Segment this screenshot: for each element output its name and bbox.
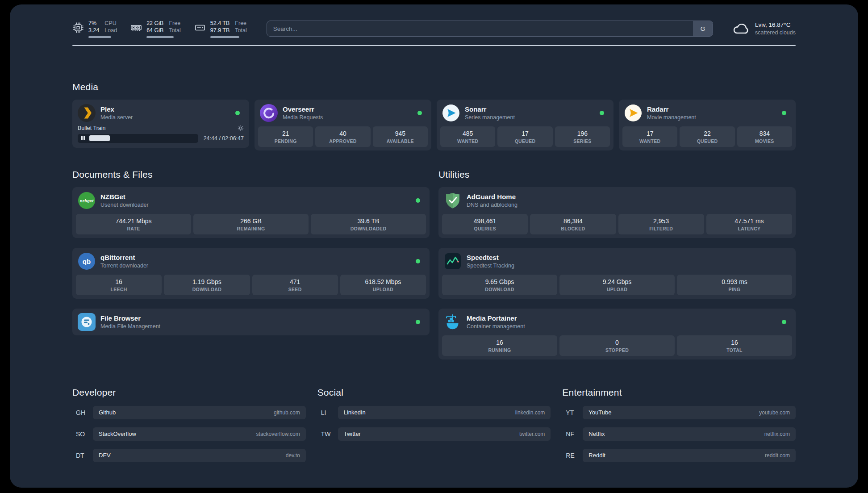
dashboard-screen: 7% 3.24 CPU Load [10, 4, 858, 488]
stat-queued: 22 QUEUED [680, 126, 734, 147]
bookmark-reddit[interactable]: RE Reddit reddit.com [562, 449, 796, 462]
section-title-media: Media [72, 82, 796, 92]
search-provider-button[interactable]: G [693, 21, 713, 36]
stat-blocked: 86,384 BLOCKED [530, 214, 616, 234]
memory-usage-bar [146, 36, 174, 38]
cpu-icon [72, 22, 84, 35]
disk-icon [194, 22, 206, 35]
overseerr-icon [260, 104, 278, 122]
service-card-speedtest[interactable]: Speedtest Speedtest Tracking 9.65 Gbps D… [438, 248, 796, 299]
bookmark-stackoverflow[interactable]: SO StackOverflow stackoverflow.com [72, 427, 306, 441]
search-form: G [267, 21, 713, 37]
section-title-utilities: Utilities [438, 169, 796, 180]
status-dot [416, 259, 420, 263]
svg-text:nzbget: nzbget [80, 198, 94, 203]
playback-time: 24:44 / 02:06:47 [204, 135, 244, 142]
plex-now-playing: Bullet Train [76, 125, 246, 144]
service-card-filebrowser[interactable]: File Browser Media File Management [72, 309, 430, 335]
disk-label-top: Free [235, 20, 246, 27]
stat-running: 16 RUNNING [442, 335, 557, 356]
stat-pending: 21 PENDING [258, 126, 313, 147]
stat-wanted: 17 WANTED [622, 126, 677, 147]
service-card-plex[interactable]: Plex Media server Bullet Train [72, 100, 249, 148]
status-dot [235, 111, 240, 115]
stat-upload: 9.24 Gbps UPLOAD [559, 275, 675, 295]
bookmark-group-developer: Developer GH Github github.com SO StackO… [72, 387, 306, 462]
service-card-sonarr[interactable]: Sonarr Series management 485 WANTED 17 Q… [437, 100, 613, 150]
section-documents: Documents & Files nzbget [72, 169, 430, 335]
status-dot [416, 320, 420, 324]
stat-filtered: 2,953 FILTERED [618, 214, 704, 234]
status-dot [782, 320, 786, 324]
resource-widgets: 7% 3.24 CPU Load [72, 20, 247, 38]
bookmark-linkedin[interactable]: LI LinkedIn linkedin.com [317, 406, 551, 419]
plex-icon [78, 104, 96, 122]
speedtest-icon [444, 252, 462, 270]
search-input[interactable] [267, 21, 713, 37]
stat-stopped: 0 STOPPED [559, 335, 675, 356]
adguard-icon [444, 192, 462, 209]
section-utilities: Utilities [438, 169, 796, 359]
service-card-overseerr[interactable]: Overseerr Media Requests 21 PENDING 40 A… [255, 100, 431, 150]
cpu-label-top: CPU [104, 20, 117, 27]
pause-icon[interactable] [81, 136, 85, 140]
service-card-nzbget[interactable]: nzbget NZBGet Usenet downloader 74 [72, 187, 430, 238]
radarr-icon [624, 104, 642, 122]
bookmark-dev[interactable]: DT DEV dev.to [72, 449, 306, 462]
playback-progress-fill [89, 135, 110, 141]
status-dot [416, 198, 420, 203]
stat-queries: 498,461 QUERIES [442, 214, 528, 234]
memory-label-top: Free [169, 20, 180, 27]
cloud-icon [732, 21, 750, 37]
bookmark-netflix[interactable]: NF Netflix netflix.com [562, 427, 796, 441]
memory-widget: 22 GiB 64 GiB Free Total [130, 20, 181, 38]
memory-icon [130, 22, 142, 35]
cpu-usage-bar [88, 36, 111, 38]
top-bar: 7% 3.24 CPU Load [72, 20, 796, 38]
sonarr-icon [442, 104, 460, 122]
service-card-adguard[interactable]: AdGuard Home DNS and adblocking 498,461 … [438, 187, 796, 238]
disk-label-bottom: Total [235, 27, 246, 34]
disk-usage-bar [210, 36, 240, 38]
memory-label-bottom: Total [169, 27, 180, 34]
svg-text:qb: qb [83, 257, 91, 265]
service-card-portainer[interactable]: Media Portainer Container management 16 … [438, 309, 796, 359]
portainer-icon [444, 313, 462, 331]
stat-download: 9.65 Gbps DOWNLOAD [442, 275, 557, 295]
stat-rate: 744.21 Mbps RATE [76, 214, 191, 234]
stat-available: 945 AVAILABLE [373, 126, 428, 147]
stat-seed: 471 SEED [252, 275, 338, 295]
topbar-divider [72, 45, 796, 46]
cpu-percent: 7% [88, 20, 99, 27]
status-dot [600, 111, 604, 115]
stat-download: 1.19 Gbps DOWNLOAD [164, 275, 250, 295]
section-title-developer: Developer [72, 387, 306, 398]
bookmark-twitter[interactable]: TW Twitter twitter.com [317, 427, 551, 441]
qbittorrent-icon: qb [78, 252, 96, 270]
now-playing-title: Bullet Train [78, 125, 106, 131]
memory-total: 64 GiB [146, 27, 163, 34]
section-title-entertainment: Entertainment [562, 387, 796, 398]
cpu-load: 3.24 [88, 27, 99, 34]
weather-widget[interactable]: Lviv, 16.87°C scattered clouds [732, 21, 796, 37]
filebrowser-icon [78, 313, 96, 331]
stat-total: 16 TOTAL [677, 335, 792, 356]
stat-ping: 0.993 ms PING [677, 275, 792, 295]
disk-total: 97.9 TB [210, 27, 230, 34]
cpu-widget: 7% 3.24 CPU Load [72, 20, 117, 38]
gear-icon[interactable] [238, 125, 244, 131]
stat-leech: 16 LEECH [76, 275, 162, 295]
weather-condition: scattered clouds [755, 29, 796, 37]
stat-queued: 17 QUEUED [497, 126, 552, 147]
bookmark-youtube[interactable]: YT YouTube youtube.com [562, 406, 796, 419]
disk-free: 52.4 TB [210, 20, 230, 27]
stat-movies: 834 MOVIES [737, 126, 792, 147]
playback-progress-bar[interactable] [78, 134, 198, 143]
bookmark-group-social: Social LI LinkedIn linkedin.com TW Twitt… [317, 387, 551, 462]
disk-widget: 52.4 TB 97.9 TB Free Total [194, 20, 247, 38]
service-card-qbittorrent[interactable]: qb qBittorrent Torrent downloader [72, 248, 430, 299]
bookmark-github[interactable]: GH Github github.com [72, 406, 306, 419]
stat-approved: 40 APPROVED [315, 126, 370, 147]
bookmark-group-entertainment: Entertainment YT YouTube youtube.com NF … [562, 387, 796, 462]
service-card-radarr[interactable]: Radarr Movie management 17 WANTED 22 QUE… [619, 100, 796, 150]
